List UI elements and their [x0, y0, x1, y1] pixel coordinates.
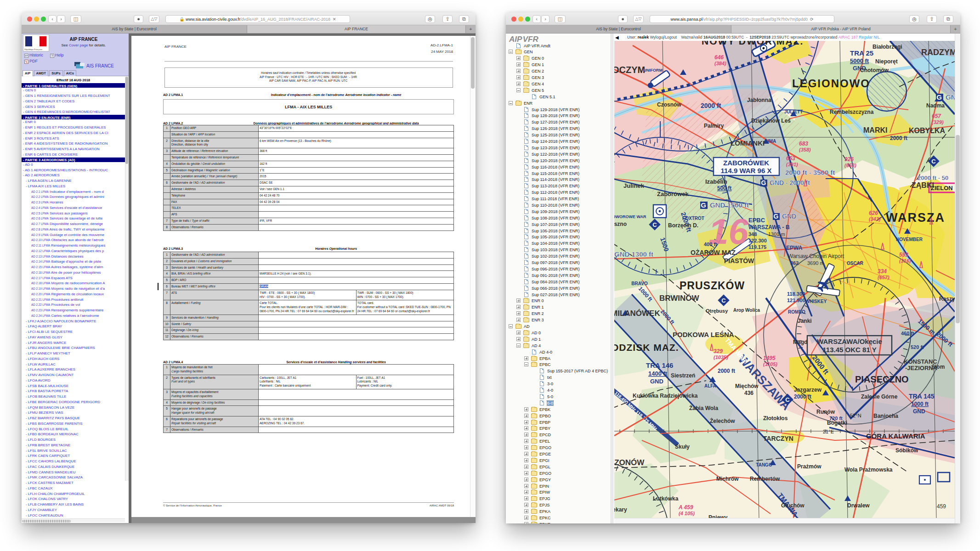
svg-text:PIASTÓW: PIASTÓW: [724, 257, 754, 264]
svg-text:iekary: iekary: [614, 506, 627, 513]
svg-text:460 ft: 460 ft: [901, 331, 914, 336]
svg-text:Kuklówka Radziejowicka: Kuklówka Radziejowicka: [633, 393, 698, 399]
svg-text:329: 329: [714, 348, 723, 354]
svg-text:OSCAR: OSCAR: [847, 261, 864, 266]
svg-text:52°N: 52°N: [850, 413, 861, 418]
svg-text:GND 1500 ft: GND 1500 ft: [710, 201, 749, 209]
svg-text:ROMEO: ROMEO: [788, 309, 805, 315]
svg-text:520 ft: 520 ft: [911, 344, 924, 350]
svg-text:Palmiry: Palmiry: [704, 123, 724, 129]
svg-text:1301 m: 1301 m: [768, 231, 785, 237]
svg-text:Rembertów: Rembertów: [750, 476, 780, 482]
svg-text:OCZYM: OCZYM: [614, 65, 645, 75]
svg-text:(391): (391): [786, 162, 798, 167]
svg-text:Słom: Słom: [931, 364, 945, 370]
svg-text:JULIETT: JULIETT: [784, 109, 803, 114]
svg-text:BRAVO: BRAVO: [631, 281, 648, 286]
svg-text:Nadma: Nadma: [926, 102, 945, 109]
svg-text:MSZCZONÓW: MSZCZONÓW: [614, 458, 645, 467]
svg-text:Złotokłos: Złotokłos: [763, 415, 788, 422]
svg-text:NOWY DWÓR MAZ.: NOWY DWÓR MAZ.: [702, 41, 804, 46]
svg-text:926: 926: [844, 156, 854, 163]
svg-text:Nieporęt: Nieporęt: [875, 58, 898, 65]
svg-text:LEGIONOWO: LEGIONOWO: [792, 77, 870, 90]
svg-text:Czosnów: Czosnów: [657, 101, 681, 108]
svg-text:Jazgarzew: Jazgarzew: [794, 387, 822, 393]
svg-text:EPWA: EPWA: [786, 245, 803, 251]
svg-text:Janki: Janki: [798, 318, 812, 324]
svg-text:122.300: 122.300: [748, 238, 767, 243]
svg-text:Drwalew: Drwalew: [847, 502, 870, 509]
svg-text:626: 626: [869, 210, 878, 216]
svg-text:459: 459: [937, 503, 946, 510]
svg-text:Mięchów: Mięchów: [735, 383, 759, 389]
svg-text:DWOROWE WAR: DWOROWE WAR: [614, 214, 646, 219]
svg-text:Lutkówka: Lutkówka: [653, 495, 679, 502]
svg-text:PIASECZNO: PIASECZNO: [855, 374, 909, 384]
svg-text:TRA 146: TRA 146: [646, 361, 673, 369]
svg-text:EPBC: EPBC: [748, 217, 765, 224]
svg-text:WARSZAWA/Okęcie: WARSZAWA/Okęcie: [817, 337, 882, 345]
svg-text:Bogatki: Bogatki: [827, 420, 847, 426]
svg-text:G: G: [761, 179, 766, 186]
svg-text:GND 1300 ft: GND 1300 ft: [614, 250, 653, 258]
svg-text:GND: GND: [782, 213, 796, 220]
svg-text:Izabelin: Izabelin: [705, 178, 727, 185]
svg-text:ZĄBKI: ZĄBKI: [912, 181, 934, 189]
svg-text:RADZYM: RADZYM: [921, 48, 955, 57]
svg-text:Runów: Runów: [816, 409, 835, 415]
svg-text:MARKI: MARKI: [863, 126, 887, 134]
svg-text:2000 ft - 50: 2000 ft - 50: [918, 174, 948, 181]
svg-text:BRWINÓW: BRWINÓW: [659, 294, 700, 303]
svg-text:1000 ft: 1000 ft: [911, 401, 929, 407]
svg-text:1495: 1495: [763, 355, 776, 361]
svg-text:Jabłonna: Jabłonna: [747, 97, 771, 103]
svg-text:Głuchów: Głuchów: [781, 502, 804, 509]
svg-text:Prażmów: Prażmów: [797, 463, 821, 470]
svg-text:KOBYŁKA: KOBYŁKA: [909, 127, 946, 135]
svg-text:ZABORÓWEK: ZABORÓWEK: [723, 159, 769, 167]
svg-text:683: 683: [799, 141, 808, 147]
svg-text:653: 653: [786, 155, 795, 162]
svg-text:PODKOWA LEŚNA: PODKOWA LEŚNA: [673, 331, 734, 338]
svg-text:Magd: Magd: [793, 339, 807, 345]
svg-text:(1105): (1105): [763, 361, 777, 367]
svg-text:LIMA: LIMA: [765, 139, 776, 144]
svg-text:348: 348: [748, 231, 757, 237]
svg-text:C: C: [652, 221, 657, 228]
svg-text:Arop Wolica: Arop Wolica: [733, 308, 760, 313]
svg-text:(316): (316): [899, 258, 911, 264]
svg-text:(657): (657): [878, 275, 889, 280]
svg-text:Michrów: Michrów: [716, 476, 739, 482]
svg-text:A 459: A 459: [678, 504, 693, 511]
svg-text:436: 436: [744, 390, 753, 396]
svg-text:21°E: 21°E: [823, 429, 834, 434]
svg-text:2000 ft: 2000 ft: [701, 102, 721, 109]
svg-text:Białobrzegi: Białobrzegi: [872, 44, 902, 50]
svg-text:(384): (384): [714, 61, 726, 66]
svg-text:GND: GND: [650, 378, 663, 385]
svg-text:PRUSZKÓW: PRUSZKÓW: [680, 279, 745, 292]
svg-text:Zalesie Górne: Zalesie Górne: [861, 394, 898, 400]
svg-text:G: G: [701, 201, 706, 209]
svg-text:UNIFORM: UNIFORM: [643, 68, 663, 73]
svg-text:Borzęcin D.: Borzęcin D.: [668, 222, 698, 229]
svg-text:TRA 145: TRA 145: [909, 393, 935, 400]
svg-text:119.175: 119.175: [748, 244, 766, 250]
svg-text:121.900: 121.900: [787, 298, 805, 303]
svg-text:Żabia Wola: Żabia Wola: [689, 405, 718, 411]
svg-text:Chotomów: Chotomów: [860, 67, 889, 73]
svg-text:Warsaw Chopin Airport: Warsaw Chopin Airport: [788, 253, 844, 259]
svg-text:ZIELON: ZIELON: [931, 185, 953, 191]
svg-text:(1035): (1035): [714, 354, 728, 360]
svg-text:ŁOMIANKI: ŁOMIANKI: [731, 139, 765, 147]
svg-text:Rembelszczyzna: Rembelszczyzna: [830, 109, 874, 115]
svg-text:646: 646: [714, 54, 724, 61]
svg-text:C: C: [931, 158, 936, 165]
svg-text:Żelechów: Żelechów: [710, 417, 735, 424]
svg-text:Zaborówek: Zaborówek: [657, 191, 689, 197]
svg-text:Skuły: Skuły: [675, 444, 690, 450]
svg-text:(358): (358): [799, 147, 811, 152]
svg-text:GÓRA KALWARIA: GÓRA KALWARIA: [866, 432, 925, 440]
svg-text:(653): (653): [844, 163, 856, 168]
